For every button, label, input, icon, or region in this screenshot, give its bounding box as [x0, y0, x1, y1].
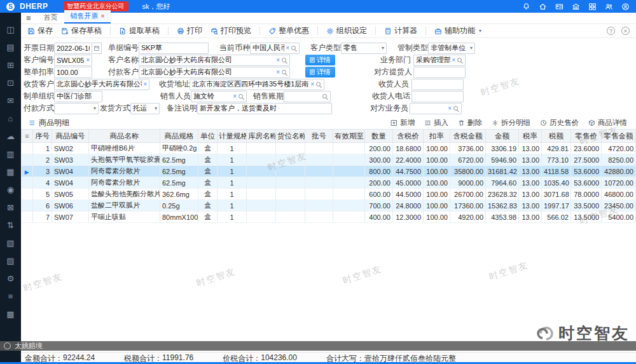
table-cell[interactable]: 62.5mg — [160, 177, 198, 189]
table-cell[interactable]: 23450.00 — [602, 200, 636, 212]
table-cell[interactable] — [247, 189, 276, 200]
table-cell[interactable]: 2 — [33, 154, 52, 166]
table-cell[interactable] — [333, 212, 365, 223]
row-selector-cell[interactable] — [22, 189, 33, 200]
chart-icon[interactable]: ▧ — [0, 234, 21, 252]
settings-icon[interactable]: ⚙ — [0, 269, 21, 287]
table-cell[interactable]: 600.00 — [365, 189, 393, 200]
menu-toggle-icon[interactable]: ≡ — [26, 13, 31, 23]
discount-rate-input[interactable]: 100.00 — [54, 67, 92, 78]
cloud-icon[interactable]: ☁ — [0, 127, 21, 145]
table-cell[interactable]: SW05 — [52, 189, 89, 200]
table-cell[interactable]: 800.00 — [365, 166, 393, 177]
table-cell[interactable]: 盒 — [198, 143, 218, 154]
pay-method-select[interactable]: ▾ — [54, 103, 99, 114]
table-cell[interactable]: 5400.00 — [602, 212, 636, 223]
table-cell[interactable]: SW04 — [52, 177, 89, 189]
clear-icon[interactable]: × — [309, 81, 314, 88]
cart-icon[interactable]: ▦ — [0, 163, 21, 180]
lookup-icon[interactable] — [238, 94, 243, 98]
table-row[interactable]: 7SW07平喘止咳贴80mmX100盒1400.0012.3000100.004… — [22, 212, 636, 223]
id-card-icon[interactable] — [555, 3, 563, 11]
table-cell[interactable]: 23.6000 — [571, 143, 602, 154]
table-cell[interactable]: 26700.00 — [450, 189, 486, 200]
table-cell[interactable]: 7 — [33, 212, 52, 223]
table-cell[interactable]: 甲硝唑维B6片 — [89, 143, 160, 154]
table-cell[interactable] — [276, 166, 305, 177]
table-cell[interactable]: 5946.90 — [486, 154, 519, 166]
table-cell[interactable]: 甲硝唑0.2g — [160, 143, 198, 154]
receiver-input[interactable]: 北京圆心妙手大药房有限公司× — [54, 79, 149, 90]
mail-icon[interactable]: ✉ — [0, 91, 21, 109]
clear-icon[interactable]: × — [85, 57, 90, 64]
table-cell[interactable] — [333, 177, 365, 189]
table-cell[interactable]: SW02 — [52, 143, 89, 154]
table-cell[interactable]: 1035.40 — [542, 177, 571, 189]
save-draft-button[interactable]: 保存草稿 — [61, 25, 102, 36]
column-header[interactable]: 批号 — [305, 130, 333, 143]
table-cell[interactable]: SW03 — [52, 154, 89, 166]
table-cell[interactable]: 13.00 — [519, 166, 542, 177]
table-cell[interactable]: 100.00 — [424, 154, 450, 166]
table-cell[interactable]: SW06 — [52, 200, 89, 212]
clear-icon[interactable]: × — [275, 57, 280, 64]
home-icon[interactable]: ⌂ — [0, 109, 21, 127]
table-cell[interactable]: 头孢氨苄甲氧苄啶胶囊 — [89, 154, 160, 166]
table-cell[interactable]: 46800.00 — [602, 189, 636, 200]
table-cell[interactable] — [305, 200, 333, 212]
table-cell[interactable]: 13.5000 — [571, 212, 602, 223]
table-cell[interactable] — [305, 212, 333, 223]
table-cell[interactable]: 6 — [33, 200, 52, 212]
table-cell[interactable]: 62.5mg — [160, 154, 198, 166]
table-cell[interactable]: 13.00 — [519, 212, 542, 223]
table-cell[interactable]: 盒 — [198, 166, 218, 177]
table-cell[interactable] — [247, 212, 276, 223]
table-cell[interactable]: 700.00 — [365, 200, 393, 212]
table-cell[interactable]: 盒 — [198, 189, 218, 200]
whole-order-discount-button[interactable]: 整单优惠 — [268, 25, 309, 36]
lookup-icon[interactable] — [291, 46, 296, 50]
table-cell[interactable] — [276, 177, 305, 189]
home-icon[interactable] — [539, 3, 547, 11]
receive-addr-input[interactable]: 北京市海淀区西四环中路35号楼1层南数第2间× — [190, 79, 324, 90]
table-cell[interactable]: 53.6000 — [571, 166, 602, 177]
table-cell[interactable]: 18.6800 — [393, 143, 424, 154]
table-cell[interactable] — [333, 166, 365, 177]
close-panel-icon[interactable]: × — [621, 27, 630, 35]
table-cell[interactable]: 44.5000 — [393, 189, 424, 200]
column-header[interactable]: 有效期至 — [333, 130, 365, 143]
organization-setting-button[interactable]: 组织设定 — [326, 25, 367, 36]
table-cell[interactable]: 42880.00 — [602, 166, 636, 177]
table-cell[interactable]: 阿奇霉素分散片 — [89, 166, 160, 177]
table-cell[interactable]: 100.00 — [424, 200, 450, 212]
table-cell[interactable]: 13.00 — [519, 143, 542, 154]
split-detail-button[interactable]: 拆分明细 — [492, 118, 530, 128]
table-cell[interactable]: 1 — [218, 166, 247, 177]
table-cell[interactable]: 4720.00 — [602, 143, 636, 154]
table-cell[interactable] — [333, 189, 365, 200]
table-cell[interactable]: 4118.58 — [542, 166, 571, 177]
customer-detail-button[interactable]: 详情 — [305, 55, 335, 65]
remark-input[interactable]: 新开发客户，送货要及时 — [197, 103, 332, 114]
table-cell[interactable]: 17360.00 — [450, 200, 486, 212]
calculator-button[interactable]: 计算器 — [384, 25, 417, 36]
table-cell[interactable]: 3736.00 — [450, 143, 486, 154]
consignee-agent-input[interactable] — [413, 67, 466, 78]
table-cell[interactable] — [247, 177, 276, 189]
print-button[interactable]: 打印 — [177, 25, 202, 36]
table-cell[interactable]: 33.5000 — [571, 200, 602, 212]
table-cell[interactable]: 23628.32 — [486, 189, 519, 200]
table-cell[interactable] — [247, 166, 276, 177]
clear-icon[interactable]: × — [275, 69, 280, 76]
message-icon[interactable]: ◫ — [0, 20, 21, 38]
column-header[interactable]: 税额 — [542, 130, 571, 143]
assist-functions-button[interactable]: 辅助功能 ▾ — [434, 25, 481, 36]
table-cell[interactable]: 1 — [218, 200, 247, 212]
table-cell[interactable]: 773.10 — [542, 154, 571, 166]
table-cell[interactable]: 53.6000 — [571, 177, 602, 189]
column-header[interactable]: 商品编号 — [52, 130, 89, 143]
table-cell[interactable]: 盒 — [198, 212, 218, 223]
table-cell[interactable] — [305, 189, 333, 200]
table-row[interactable]: 4SW04阿奇霉素分散片62.5mg盒1200.0045.0000100.009… — [22, 177, 636, 189]
table-cell[interactable]: 13.00 — [519, 189, 542, 200]
